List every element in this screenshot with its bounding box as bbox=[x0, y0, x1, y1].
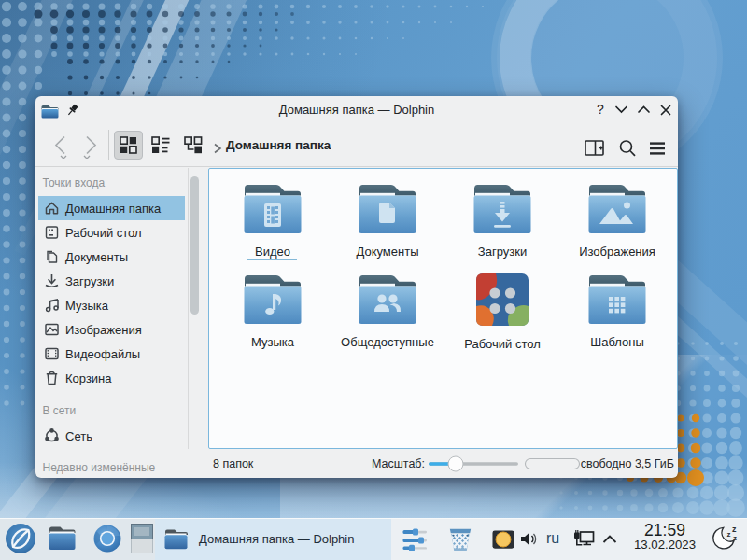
svg-text:z: z bbox=[727, 530, 731, 539]
svg-text:z: z bbox=[733, 534, 737, 542]
svg-text:?: ? bbox=[597, 102, 604, 117]
svg-text:z: z bbox=[732, 525, 737, 534]
